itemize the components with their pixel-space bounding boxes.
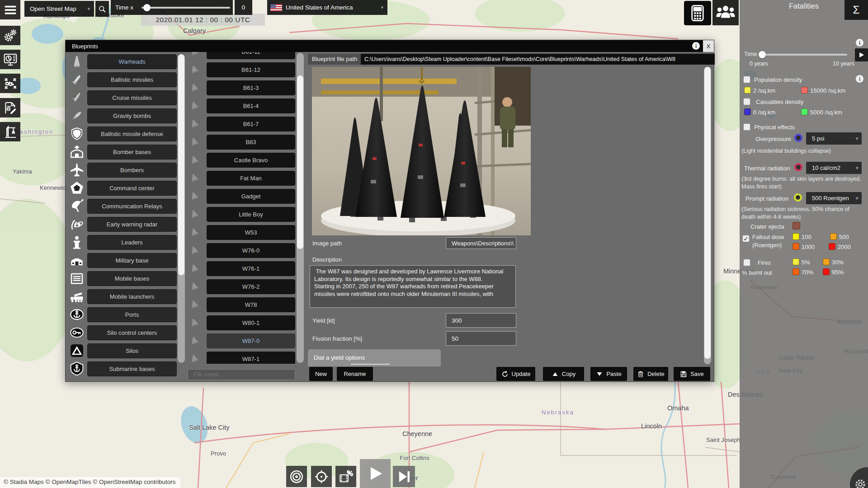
update-button[interactable]: Update <box>496 367 535 381</box>
category-mobile-bases[interactable]: Mobile bases <box>87 271 177 286</box>
casualties-density-checkbox[interactable] <box>743 98 750 105</box>
save-button[interactable]: Save <box>674 367 710 381</box>
warhead-b61-11[interactable]: B61-11 <box>207 52 295 59</box>
category-communication-relays[interactable]: Communication Relays <box>87 199 177 214</box>
category-scrollbar-thumb[interactable] <box>178 54 184 275</box>
yield-input[interactable] <box>446 313 516 328</box>
category-bomber-bases[interactable]: Bomber bases <box>87 145 177 160</box>
population-density-checkbox[interactable] <box>743 76 750 83</box>
warhead-row-b61-4: B61-4 <box>188 99 304 113</box>
fires-checkbox[interactable] <box>743 259 750 266</box>
statistics-button[interactable] <box>0 50 20 69</box>
description-text[interactable]: The W87 was designed and developed by La… <box>310 265 516 308</box>
category-early-warning-radar[interactable]: Early warning radar <box>87 217 177 232</box>
rename-button[interactable]: Rename <box>337 367 373 381</box>
copy-button[interactable]: Copy <box>543 367 584 381</box>
locate-button[interactable] <box>311 466 332 487</box>
dial-slider-fragment <box>351 364 390 365</box>
category-submarine-bases[interactable]: Submarine bases <box>87 361 177 376</box>
step-forward-button[interactable] <box>393 466 415 487</box>
warhead-w76-1[interactable]: W76-1 <box>207 261 295 276</box>
new-button[interactable]: New <box>309 367 333 381</box>
population-button[interactable] <box>712 0 739 25</box>
blueprints-button[interactable] <box>0 98 20 117</box>
category-ballistic-missiles[interactable]: Ballistic missiles <box>87 72 177 87</box>
map-label-salt-lake-city: Salt Lake City <box>189 424 229 431</box>
detail-scrollbar-thumb[interactable] <box>704 67 711 359</box>
fires-value-30: 30% <box>832 259 844 266</box>
warhead-b61-7[interactable]: B61-7 <box>207 117 295 131</box>
warhead-scrollbar-thumb[interactable] <box>297 75 303 249</box>
time-speed-slider-thumb[interactable] <box>143 4 151 11</box>
population-info-icon[interactable] <box>856 75 863 83</box>
delete-button[interactable]: Delete <box>633 367 668 381</box>
fallout-dose-checkbox[interactable]: ✓ <box>742 235 750 242</box>
category-mobile-launchers[interactable]: Mobile launchers <box>87 289 177 304</box>
warhead-b83[interactable]: B83 <box>207 135 295 150</box>
image-path-input[interactable] <box>446 237 516 249</box>
play-button[interactable] <box>360 459 391 488</box>
file-path-value[interactable]: C:\Users\ivans\Desktop\Steam Uploader\co… <box>361 54 715 65</box>
map-label-lincoln: Lincoln <box>641 422 662 430</box>
warhead-b61-3[interactable]: B61-3 <box>207 80 295 95</box>
paste-button[interactable]: Paste <box>590 367 627 381</box>
fatalities-time-slider[interactable] <box>760 54 847 56</box>
target-mode-button[interactable] <box>286 466 307 487</box>
info-icon[interactable] <box>692 42 700 50</box>
category-bombers[interactable]: Bombers <box>87 163 177 178</box>
category-row-gravity-bombs: Gravity bombs <box>67 108 177 123</box>
warhead-b61-4[interactable]: B61-4 <box>207 99 295 113</box>
category-cruise-missiles[interactable]: Cruise missiles <box>87 90 177 105</box>
warhead-w87-0[interactable]: W87-0 <box>207 333 295 348</box>
strategy-button[interactable] <box>0 74 20 93</box>
prompt-radiation-dropdown[interactable]: 500 Roentgen <box>806 192 862 204</box>
category-gravity-bombs[interactable]: Gravity bombs <box>87 108 177 123</box>
menu-button[interactable] <box>0 0 20 19</box>
time-info-icon[interactable] <box>856 39 863 47</box>
warhead-row-w76-1: W76-1 <box>188 261 304 276</box>
construction-button[interactable] <box>0 122 20 141</box>
overpressure-dropdown[interactable]: 5 psi <box>806 132 862 145</box>
category-military-base[interactable]: Military base <box>87 253 177 268</box>
dialog-titlebar[interactable]: Blueprints X <box>66 40 714 52</box>
calculator-button[interactable] <box>684 1 711 25</box>
map-label-fort-collins: Fort Collins <box>400 455 429 461</box>
settings-button[interactable] <box>0 26 20 45</box>
warhead-gadget[interactable]: Gadget <box>207 189 295 204</box>
map-style-dropdown[interactable]: Open Street Map ▾ <box>24 1 94 17</box>
sum-button[interactable]: Σ <box>844 0 868 20</box>
close-button[interactable]: X <box>703 40 714 52</box>
category-ballistic-missile-defense[interactable]: Ballistic missile defense <box>87 127 177 141</box>
warhead-castle-bravo[interactable]: Castle Bravo <box>207 153 295 168</box>
physical-effects-checkbox[interactable] <box>743 123 750 131</box>
warhead-w76-0[interactable]: W76-0 <box>207 243 295 258</box>
thermal-radiation-dropdown[interactable]: 10 cal/cm2 <box>806 162 862 174</box>
launcher-truck-icon <box>67 288 86 305</box>
warhead-b61-12[interactable]: B61-12 <box>207 62 295 77</box>
category-silos[interactable]: Silos <box>87 343 177 358</box>
warhead-w87-1[interactable]: W87-1 <box>207 352 295 364</box>
warhead-w53[interactable]: W53 <box>207 225 295 240</box>
panel-play-button[interactable] <box>855 48 868 61</box>
country-dropdown[interactable]: United States of America ▾ <box>267 0 387 15</box>
population-high-value: 15000 /sq.km <box>810 87 845 94</box>
fission-fraction-input[interactable] <box>446 331 516 346</box>
category-ports[interactable]: Ports <box>87 307 177 322</box>
category-silo-control-centers[interactable]: Silo control centers <box>87 325 177 340</box>
warhead-fat-man[interactable]: Fat Man <box>207 171 295 186</box>
warhead-w78[interactable]: W78 <box>207 297 295 312</box>
file-name-input[interactable] <box>188 369 295 380</box>
population-density-label: Population density <box>754 76 802 83</box>
time-speed-slider[interactable] <box>142 7 230 9</box>
search-button[interactable] <box>95 1 109 17</box>
category-row-mobile-bases: Mobile bases <box>67 271 177 286</box>
warhead-w80-1[interactable]: W80-1 <box>207 315 295 330</box>
category-warheads[interactable]: Warheads <box>87 54 177 69</box>
video-edit-button[interactable] <box>335 466 356 487</box>
fatalities-time-slider-thumb[interactable] <box>759 51 766 58</box>
category-leaders[interactable]: Leaders <box>87 235 177 250</box>
overpressure-ring <box>794 134 802 142</box>
warhead-w76-2[interactable]: W76-2 <box>207 279 295 294</box>
warhead-little-boy[interactable]: Little Boy <box>207 207 295 222</box>
category-command-center[interactable]: Command center <box>87 181 177 196</box>
